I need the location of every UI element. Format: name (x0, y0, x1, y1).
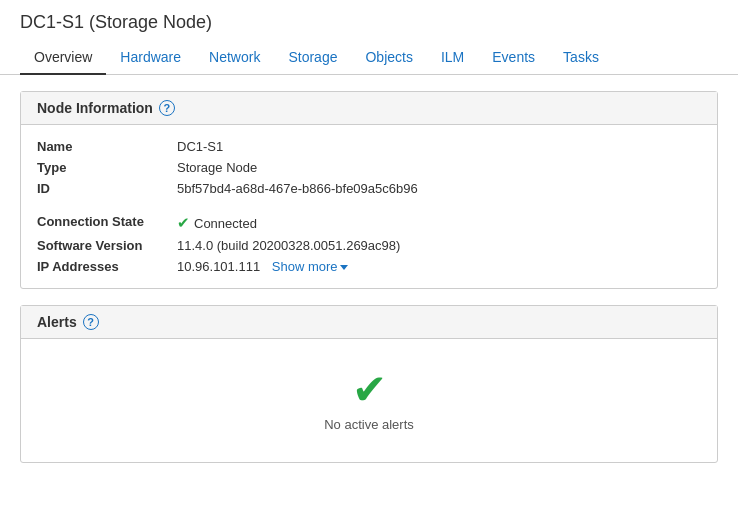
tab-objects[interactable]: Objects (351, 41, 426, 75)
name-value: DC1-S1 (177, 139, 701, 154)
connected-check-icon: ✔ (177, 214, 190, 232)
id-label: ID (37, 181, 177, 196)
alerts-header: Alerts ? (21, 306, 717, 339)
tab-storage[interactable]: Storage (274, 41, 351, 75)
node-info-header: Node Information ? (21, 92, 717, 125)
software-version-label: Software Version (37, 238, 177, 253)
ip-address-text: 10.96.101.111 (177, 259, 260, 274)
spacer (37, 202, 701, 208)
alerts-body: ✔ No active alerts (21, 339, 717, 462)
tab-tasks[interactable]: Tasks (549, 41, 613, 75)
name-label: Name (37, 139, 177, 154)
node-info-section: Node Information ? Name DC1-S1 Type Stor… (20, 91, 718, 289)
no-alerts-check-icon: ✔ (352, 369, 387, 411)
show-more-label: Show more (272, 259, 338, 274)
tab-overview[interactable]: Overview (20, 41, 106, 75)
connection-state-value: ✔ Connected (177, 214, 701, 232)
show-more-link[interactable]: Show more (272, 259, 348, 274)
node-info-body: Name DC1-S1 Type Storage Node ID 5bf57bd… (21, 125, 717, 288)
connection-status-text: Connected (194, 216, 257, 231)
software-version-value: 11.4.0 (build 20200328.0051.269ac98) (177, 238, 701, 253)
no-alerts-text: No active alerts (324, 417, 414, 432)
node-info-table: Name DC1-S1 Type Storage Node ID 5bf57bd… (37, 139, 701, 274)
chevron-down-icon (340, 265, 348, 270)
alerts-help-icon[interactable]: ? (83, 314, 99, 330)
main-content: Node Information ? Name DC1-S1 Type Stor… (0, 75, 738, 495)
id-value: 5bf57bd4-a68d-467e-b866-bfe09a5c6b96 (177, 181, 701, 196)
alerts-section: Alerts ? ✔ No active alerts (20, 305, 718, 463)
type-value: Storage Node (177, 160, 701, 175)
node-info-help-icon[interactable]: ? (159, 100, 175, 116)
page-title: DC1-S1 (Storage Node) (0, 0, 738, 41)
tab-ilm[interactable]: ILM (427, 41, 478, 75)
connection-state-label: Connection State (37, 214, 177, 232)
tab-bar: Overview Hardware Network Storage Object… (0, 41, 738, 75)
node-info-title: Node Information (37, 100, 153, 116)
tab-events[interactable]: Events (478, 41, 549, 75)
alerts-title: Alerts (37, 314, 77, 330)
type-label: Type (37, 160, 177, 175)
ip-addresses-value: 10.96.101.111 Show more (177, 259, 701, 274)
tab-hardware[interactable]: Hardware (106, 41, 195, 75)
ip-addresses-label: IP Addresses (37, 259, 177, 274)
tab-network[interactable]: Network (195, 41, 274, 75)
